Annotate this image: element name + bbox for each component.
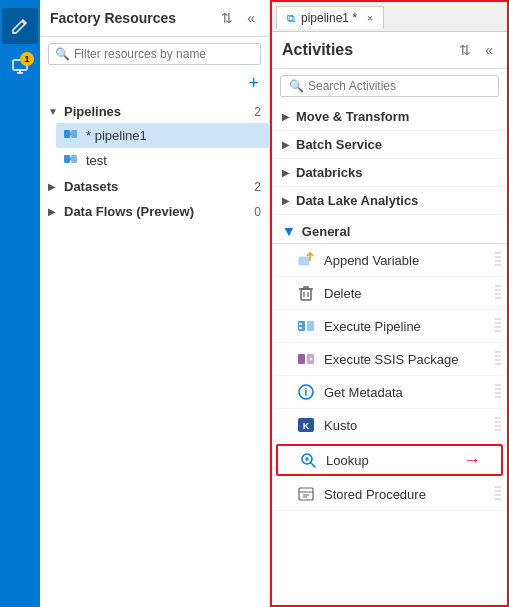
datasets-label: Datasets — [64, 179, 254, 194]
activity-list: ▶ Move & Transform ▶ Batch Service ▶ Dat… — [272, 103, 507, 605]
kusto-icon: K — [296, 415, 316, 435]
svg-rect-4 — [71, 155, 77, 163]
tab-pipeline-label: pipeline1 * — [301, 11, 357, 25]
delete-drag[interactable] — [495, 285, 501, 301]
activity-lookup[interactable]: Lookup → — [276, 444, 503, 476]
move-transform-label: Move & Transform — [296, 109, 409, 124]
activities-search-input[interactable] — [308, 79, 490, 93]
group-batch-service: ▶ Batch Service — [272, 131, 507, 159]
dataflows-header[interactable]: ▶ Data Flows (Preview) 0 — [40, 200, 269, 223]
factory-add-btn[interactable]: + — [238, 71, 269, 96]
pipelines-header[interactable]: ▼ Pipelines 2 — [40, 100, 269, 123]
datasets-arrow: ▶ — [48, 181, 60, 192]
factory-search-box: 🔍 — [48, 43, 261, 65]
svg-rect-11 — [298, 354, 305, 364]
svg-rect-18 — [299, 488, 313, 500]
tab-close-btn[interactable]: × — [367, 13, 373, 24]
kusto-drag[interactable] — [495, 417, 501, 433]
tree-item-pipeline1[interactable]: * pipeline1 — [56, 123, 269, 148]
group-data-lake: ▶ Data Lake Analytics — [272, 187, 507, 215]
group-databricks: ▶ Databricks — [272, 159, 507, 187]
factory-panel-title: Factory Resources — [50, 10, 176, 26]
pipeline1-label: * pipeline1 — [86, 128, 261, 143]
factory-panel-header: Factory Resources ⇅ « — [40, 0, 269, 37]
execute-pipeline-icon — [296, 316, 316, 336]
dataflows-count: 0 — [254, 205, 261, 219]
execute-ssis-icon — [296, 349, 316, 369]
svg-text:K: K — [303, 421, 310, 431]
activities-reorder-btn[interactable]: ⇅ — [455, 40, 475, 60]
group-data-lake-header[interactable]: ▶ Data Lake Analytics — [272, 187, 507, 214]
tree-item-test[interactable]: test — [56, 148, 269, 173]
factory-tree: ▼ Pipelines 2 * pipeline1 — [40, 96, 269, 607]
lookup-arrow-right: → — [463, 450, 481, 471]
tab-bar: ⧉ pipeline1 * × — [272, 2, 507, 32]
activity-get-metadata[interactable]: i Get Metadata — [272, 376, 507, 409]
activities-collapse-btn[interactable]: « — [481, 40, 497, 60]
append-variable-drag[interactable] — [495, 252, 501, 268]
activity-execute-ssis[interactable]: Execute SSIS Package — [272, 343, 507, 376]
activities-title: Activities — [282, 41, 353, 59]
sidebar-icon-monitor[interactable]: 1 — [2, 48, 38, 84]
activity-delete[interactable]: Delete — [272, 277, 507, 310]
activity-append-variable[interactable]: Append Variable — [272, 244, 507, 277]
databricks-arrow: ▶ — [282, 167, 290, 178]
svg-rect-9 — [299, 323, 302, 325]
general-triangle-icon: ▼ — [282, 223, 296, 239]
tab-pipeline-icon: ⧉ — [287, 12, 295, 25]
delete-icon — [296, 283, 316, 303]
activity-execute-pipeline[interactable]: Execute Pipeline — [272, 310, 507, 343]
factory-reorder-btn[interactable]: ⇅ — [217, 8, 237, 28]
activity-kusto[interactable]: K Kusto — [272, 409, 507, 442]
tree-section-pipelines: ▼ Pipelines 2 * pipeline1 — [40, 100, 269, 173]
execute-pipeline-label: Execute Pipeline — [324, 319, 497, 334]
datasets-header[interactable]: ▶ Datasets 2 — [40, 175, 269, 198]
general-header: ▼ General — [272, 215, 507, 244]
pipelines-children: * pipeline1 test — [40, 123, 269, 173]
svg-rect-10 — [299, 327, 302, 329]
sidebar: 1 — [0, 0, 40, 607]
pipelines-count: 2 — [254, 105, 261, 119]
svg-rect-2 — [71, 130, 77, 138]
get-metadata-icon: i — [296, 382, 316, 402]
tab-pipeline1[interactable]: ⧉ pipeline1 * × — [276, 6, 384, 29]
svg-rect-6 — [301, 289, 311, 300]
activities-header: Activities ⇅ « — [272, 32, 507, 69]
factory-search-input[interactable] — [74, 47, 254, 61]
sidebar-icon-pencil[interactable] — [2, 8, 38, 44]
factory-panel: Factory Resources ⇅ « 🔍 + ▼ Pipelines 2 — [40, 0, 270, 607]
group-move-transform: ▶ Move & Transform — [272, 103, 507, 131]
batch-service-label: Batch Service — [296, 137, 382, 152]
svg-text:i: i — [305, 387, 308, 398]
svg-rect-8 — [307, 321, 314, 331]
append-variable-label: Append Variable — [324, 253, 497, 268]
pipeline1-icon — [64, 127, 80, 144]
group-move-transform-header[interactable]: ▶ Move & Transform — [272, 103, 507, 130]
tree-section-dataflows: ▶ Data Flows (Preview) 0 — [40, 200, 269, 223]
activity-stored-procedure[interactable]: Stored Procedure — [272, 478, 507, 511]
group-databricks-header[interactable]: ▶ Databricks — [272, 159, 507, 186]
group-batch-service-header[interactable]: ▶ Batch Service — [272, 131, 507, 158]
get-metadata-drag[interactable] — [495, 384, 501, 400]
dataflows-label: Data Flows (Preview) — [64, 204, 254, 219]
tree-section-datasets: ▶ Datasets 2 — [40, 175, 269, 198]
execute-ssis-drag[interactable] — [495, 351, 501, 367]
factory-panel-actions: ⇅ « — [217, 8, 259, 28]
data-lake-arrow: ▶ — [282, 195, 290, 206]
batch-service-arrow: ▶ — [282, 139, 290, 150]
databricks-label: Databricks — [296, 165, 362, 180]
notification-badge: 1 — [20, 52, 34, 66]
test-icon — [64, 152, 80, 169]
stored-procedure-drag[interactable] — [495, 486, 501, 502]
data-lake-label: Data Lake Analytics — [296, 193, 418, 208]
activities-search-box: 🔍 — [280, 75, 499, 97]
activities-panel: ⧉ pipeline1 * × Activities ⇅ « 🔍 ▶ Move … — [270, 0, 509, 607]
general-label: General — [302, 224, 350, 239]
factory-collapse-btn[interactable]: « — [243, 8, 259, 28]
pipelines-arrow: ▼ — [48, 106, 60, 117]
svg-rect-1 — [64, 130, 70, 138]
pipelines-label: Pipelines — [64, 104, 254, 119]
execute-pipeline-drag[interactable] — [495, 318, 501, 334]
execute-ssis-label: Execute SSIS Package — [324, 352, 497, 367]
dataflows-arrow: ▶ — [48, 206, 60, 217]
